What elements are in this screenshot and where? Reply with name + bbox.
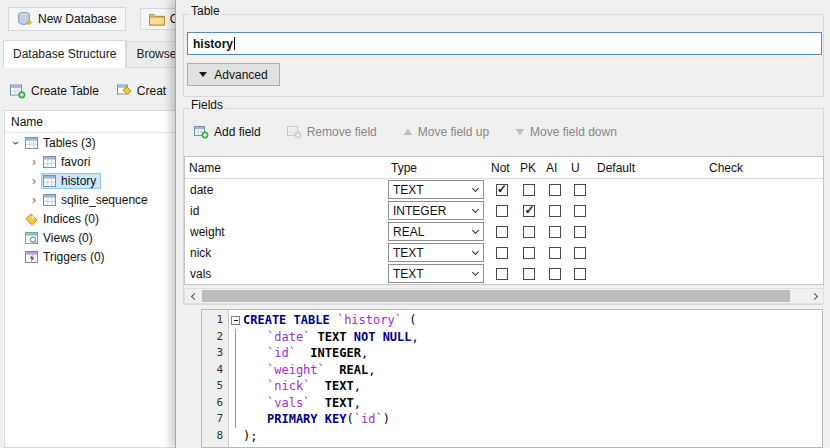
checkbox-pk-nick[interactable] — [523, 247, 535, 259]
tree-node-body: Indices (0) — [23, 211, 104, 227]
chevron-left-icon — [190, 292, 197, 299]
checkbox-ai-weight[interactable] — [549, 226, 561, 238]
database-tree-panel: Name ›Tables (3)›favori›history›sqlite_s… — [4, 110, 176, 448]
table-section-label: Table — [189, 4, 222, 18]
checkbox-pk-date[interactable] — [523, 184, 535, 196]
sql-token-plain: , — [354, 379, 361, 393]
advanced-button[interactable]: Advanced — [187, 63, 280, 86]
sql-token-plain: ( — [402, 313, 416, 327]
tree-item-triggers-0[interactable]: ›Triggers (0) — [5, 247, 175, 266]
line-number: 6 — [202, 395, 228, 412]
checkbox-pk-vals[interactable] — [523, 268, 535, 280]
field-name-cell[interactable]: date — [185, 183, 387, 197]
fold-guide-line — [235, 345, 236, 362]
create-index-button[interactable]: Creat — [117, 84, 166, 98]
u-cell — [567, 184, 593, 196]
column-header-ai[interactable]: AI — [542, 161, 567, 175]
field-row-vals: valsTEXT — [185, 263, 823, 284]
column-header-name[interactable]: Name — [185, 161, 387, 175]
sql-token-keyword: PRIMARY KEY — [267, 412, 346, 426]
table-icon — [43, 194, 56, 206]
checkbox-not-id[interactable] — [496, 205, 508, 217]
sql-line-5: 5`nick` TEXT, — [202, 378, 822, 395]
app-window: New Database Open D Database Structure B… — [0, 0, 830, 448]
field-name-cell[interactable]: vals — [185, 267, 387, 281]
column-header-not[interactable]: Not — [487, 161, 516, 175]
fold-guide-column — [228, 362, 243, 379]
tree-item-favori[interactable]: ›favori — [5, 152, 175, 171]
type-combo-vals[interactable]: TEXT — [388, 264, 484, 283]
tree-item-label: history — [61, 174, 96, 188]
field-name-cell[interactable]: id — [185, 204, 387, 218]
sql-token-plain — [310, 330, 317, 344]
horizontal-scrollbar[interactable] — [184, 288, 824, 304]
checkbox-not-weight[interactable] — [496, 226, 508, 238]
column-header-u[interactable]: U — [567, 161, 593, 175]
expand-arrow-icon[interactable]: › — [27, 156, 41, 168]
checkbox-u-vals[interactable] — [574, 268, 586, 280]
fold-marker-icon[interactable] — [231, 316, 240, 325]
u-cell — [567, 268, 593, 280]
checkbox-pk-weight[interactable] — [523, 226, 535, 238]
checkbox-u-nick[interactable] — [574, 247, 586, 259]
up-icon — [403, 127, 413, 137]
column-header-pk[interactable]: PK — [516, 161, 542, 175]
create-table-button[interactable]: Create Table — [10, 84, 99, 99]
checkbox-ai-date[interactable] — [549, 184, 561, 196]
checkbox-ai-id[interactable] — [549, 205, 561, 217]
tree-item-views-0[interactable]: ›Views (0) — [5, 228, 175, 247]
sql-token-plain — [296, 346, 310, 360]
tree-item-indices-0[interactable]: ›Indices (0) — [5, 209, 175, 228]
scroll-left-button[interactable] — [185, 289, 201, 303]
fold-guide-column — [228, 345, 243, 362]
combo-value: TEXT — [393, 267, 424, 281]
scrollbar-thumb[interactable] — [202, 290, 790, 302]
type-combo-date[interactable]: TEXT — [388, 180, 484, 199]
sql-token-plain: , — [354, 396, 361, 410]
sql-token-identifier: `id` — [354, 412, 383, 426]
checkbox-not-vals[interactable] — [496, 268, 508, 280]
collapse-arrow-icon[interactable]: › — [10, 136, 22, 150]
tab-database-structure[interactable]: Database Structure — [3, 40, 126, 68]
checkbox-not-date[interactable] — [496, 184, 508, 196]
column-header-default[interactable]: Default — [593, 161, 705, 175]
column-header-type[interactable]: Type — [387, 161, 487, 175]
scroll-right-button[interactable] — [807, 289, 823, 303]
checkbox-pk-id[interactable] — [523, 205, 535, 217]
sql-preview[interactable]: 1CREATE TABLE `history` (2`date` TEXT NO… — [201, 309, 823, 448]
tree-item-sqlite-sequence[interactable]: ›sqlite_sequence — [5, 190, 175, 209]
checkbox-u-id[interactable] — [574, 205, 586, 217]
field-name-cell[interactable]: nick — [185, 246, 387, 260]
checkbox-ai-vals[interactable] — [549, 268, 561, 280]
tree-items: ›Tables (3)›favori›history›sqlite_sequen… — [5, 133, 175, 266]
button-label: Move field up — [418, 125, 489, 139]
expand-arrow-icon[interactable]: › — [27, 175, 41, 187]
checkbox-not-nick[interactable] — [496, 247, 508, 259]
expand-arrow-icon[interactable]: › — [27, 194, 41, 206]
type-combo-weight[interactable]: REAL — [388, 222, 484, 241]
tree-item-history[interactable]: ›history — [5, 171, 175, 190]
type-combo-id[interactable]: INTEGER — [388, 201, 484, 220]
down-icon — [515, 127, 525, 137]
sql-line-2: 2`date` TEXT NOT NULL, — [202, 329, 822, 346]
tree-item-tables-3[interactable]: ›Tables (3) — [5, 133, 175, 152]
field-name-cell[interactable]: weight — [185, 225, 387, 239]
type-combo-nick[interactable]: TEXT — [388, 243, 484, 262]
table-icon — [25, 137, 38, 149]
pk-cell — [516, 205, 542, 217]
checkbox-ai-nick[interactable] — [549, 247, 561, 259]
checkbox-u-weight[interactable] — [574, 226, 586, 238]
checkbox-u-date[interactable] — [574, 184, 586, 196]
new-database-button[interactable]: New Database — [8, 7, 126, 31]
trigger-icon — [25, 251, 38, 263]
tree-item-label: Tables (3) — [43, 136, 96, 150]
tree-node-body: history — [41, 173, 101, 189]
table-name-input[interactable]: history — [187, 32, 822, 55]
sql-token-type: TEXT — [325, 396, 354, 410]
sql-token-plain: ); — [243, 429, 257, 443]
tree-item-label: favori — [61, 155, 90, 169]
add-field-button[interactable]: Add field — [194, 125, 261, 139]
tree-header-name[interactable]: Name — [5, 111, 175, 133]
column-header-check[interactable]: Check — [705, 161, 823, 175]
sql-line-1: 1CREATE TABLE `history` ( — [202, 312, 822, 329]
